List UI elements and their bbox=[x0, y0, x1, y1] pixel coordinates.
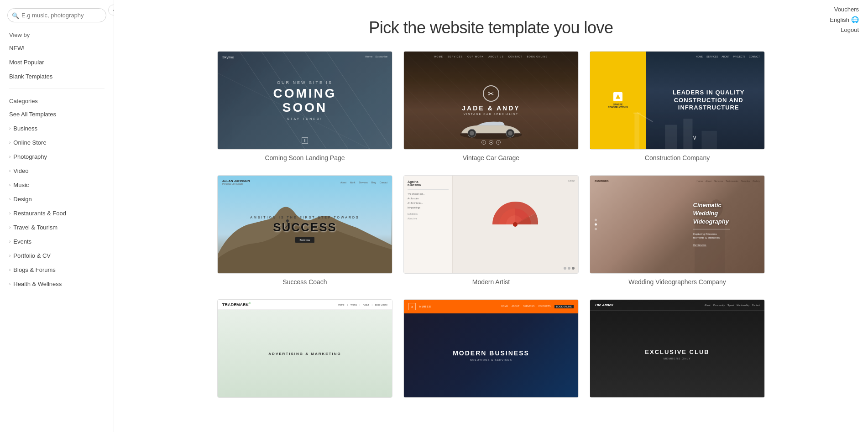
sidebar-divider bbox=[9, 88, 105, 88]
see-all-label: See All Templates bbox=[9, 111, 56, 118]
template-label-construction: Construction Company bbox=[590, 154, 765, 161]
sidebar-item-business[interactable]: › Business bbox=[0, 121, 114, 135]
sidebar-search-area: 🔍 bbox=[0, 0, 114, 27]
ma-dots bbox=[564, 267, 575, 270]
main-content: Pick the website template you love Skyli… bbox=[114, 0, 868, 432]
sidebar-item-see-all[interactable]: See All Templates bbox=[0, 107, 114, 121]
search-icon: 🔍 bbox=[12, 12, 19, 19]
template-label-success-coach: Success Coach bbox=[217, 278, 392, 286]
template-thumb-dark-theme: The Annex About Community Speak Membersh… bbox=[590, 299, 765, 398]
template-label-coming-soon: Coming Soon Landing Page bbox=[217, 154, 392, 161]
template-thumb-trademark: TRADEMARK® Home | Works | About | Book O… bbox=[217, 299, 392, 398]
const-skyline bbox=[590, 100, 764, 149]
categories-label: Categories bbox=[0, 93, 114, 107]
tm-nav: TRADEMARK® Home | Works | About | Book O… bbox=[218, 300, 392, 310]
ob-hero: MODERN BUSINESS SOLUTIONS & SERVICES bbox=[404, 313, 578, 397]
sidebar-item-health-wellness[interactable]: › Health & Wellness bbox=[0, 277, 114, 291]
restaurants-food-label: Restaurants & Food bbox=[13, 210, 66, 217]
blogs-forums-label: Blogs & Forums bbox=[13, 266, 55, 273]
svg-rect-16 bbox=[665, 125, 677, 150]
template-card-trademark[interactable]: TRADEMARK® Home | Works | About | Book O… bbox=[217, 299, 392, 402]
business-label: Business bbox=[13, 125, 37, 132]
sidebar-item-design[interactable]: › Design bbox=[0, 192, 114, 206]
sidebar-item-new[interactable]: NEW! bbox=[0, 41, 114, 55]
language-label: English bbox=[830, 16, 849, 23]
photography-label: Photography bbox=[13, 153, 47, 160]
sidebar: ‹ 🔍 View by NEW! Most Popular Blank Temp… bbox=[0, 0, 114, 432]
cs-icon bbox=[302, 137, 308, 144]
video-label: Video bbox=[13, 167, 28, 174]
tm-hero: ADVERTISING & MARKETING bbox=[218, 310, 392, 397]
design-label: Design bbox=[13, 196, 31, 203]
ma-fan bbox=[490, 199, 540, 250]
svg-point-12 bbox=[508, 131, 512, 135]
vc-car bbox=[455, 117, 528, 142]
online-store-label: Online Store bbox=[13, 139, 46, 146]
template-thumb-construction: SPHERECONSTRUCTIONS HOME SERVICES ABOUT … bbox=[590, 51, 765, 150]
template-card-coming-soon[interactable]: Skyline HomeSubscribe OUR NEW SI bbox=[217, 51, 392, 161]
sidebar-item-video[interactable]: › Video bbox=[0, 164, 114, 178]
templates-grid: Skyline HomeSubscribe OUR NEW SI bbox=[217, 51, 765, 402]
chevron-right-icon: › bbox=[9, 168, 10, 173]
template-card-orange-biz[interactable]: ▲ NUBES HOME ABOUT SERVICES CONTACTS BOO… bbox=[403, 299, 579, 402]
sidebar-item-online-store[interactable]: › Online Store bbox=[0, 135, 114, 150]
chevron-right-icon: › bbox=[9, 211, 10, 216]
chevron-right-icon: › bbox=[9, 239, 10, 244]
events-label: Events bbox=[13, 238, 31, 245]
template-thumb-wedding-video: eMotions Home About Services Testimonial… bbox=[590, 175, 765, 274]
template-thumb-vintage-car: HOME SERVICES OUR WORK ABOUT US CONTACT … bbox=[403, 51, 579, 150]
sc-nav: ALLAN JOHNSON Personal Life Coach About … bbox=[222, 179, 387, 185]
vc-content: ✂ JADE & ANDY VINTAGE CAR SPECIALIST bbox=[462, 85, 520, 115]
svg-point-25 bbox=[513, 222, 518, 227]
const-arrow: ∨ bbox=[692, 134, 697, 141]
chevron-right-icon: › bbox=[9, 253, 10, 258]
svg-rect-18 bbox=[702, 131, 717, 149]
sidebar-item-events[interactable]: › Events bbox=[0, 234, 114, 249]
dt-nav: The Annex About Community Speak Membersh… bbox=[590, 300, 764, 311]
sidebar-item-music[interactable]: › Music bbox=[0, 178, 114, 192]
ob-topbar: ▲ NUBES HOME ABOUT SERVICES CONTACTS BOO… bbox=[404, 300, 578, 313]
ma-top-right: Set ID bbox=[568, 179, 575, 182]
sidebar-item-blank-templates[interactable]: Blank Templates bbox=[0, 69, 114, 83]
chevron-right-icon: › bbox=[9, 154, 10, 159]
chevron-right-icon: › bbox=[9, 140, 10, 145]
search-input[interactable] bbox=[7, 8, 106, 22]
logout-link[interactable]: Logout bbox=[841, 25, 859, 35]
template-card-wedding-video[interactable]: eMotions Home About Services Testimonial… bbox=[590, 175, 765, 286]
health-wellness-label: Health & Wellness bbox=[13, 281, 62, 287]
dt-hero: EXCLUSIVE CLUB MEMBERS ONLY bbox=[590, 311, 764, 397]
sidebar-item-restaurants-food[interactable]: › Restaurants & Food bbox=[0, 206, 114, 220]
chevron-right-icon: › bbox=[9, 281, 10, 286]
template-thumb-orange-biz: ▲ NUBES HOME ABOUT SERVICES CONTACTS BOO… bbox=[403, 299, 579, 398]
cs-main-content: OUR NEW SITE IS COMINGSOON STAY TUNED! bbox=[273, 80, 336, 121]
template-card-modern-artist[interactable]: AgathaKulesma The chosen art... Art for … bbox=[403, 175, 579, 286]
page-title: Pick the website template you love bbox=[128, 0, 854, 51]
view-by-label: View by bbox=[0, 27, 114, 41]
wv-dots bbox=[595, 219, 597, 230]
svg-rect-17 bbox=[683, 119, 692, 149]
vc-social: f ● t bbox=[481, 140, 501, 145]
template-card-construction[interactable]: SPHERECONSTRUCTIONS HOME SERVICES ABOUT … bbox=[590, 51, 765, 161]
template-card-vintage-car[interactable]: HOME SERVICES OUR WORK ABOUT US CONTACT … bbox=[403, 51, 579, 161]
template-thumb-modern-artist: AgathaKulesma The chosen art... Art for … bbox=[403, 175, 579, 274]
sidebar-item-blogs-forums[interactable]: › Blogs & Forums bbox=[0, 263, 114, 277]
sidebar-item-most-popular[interactable]: Most Popular bbox=[0, 55, 114, 69]
template-label-wedding-video: Wedding Videographers Company bbox=[590, 278, 765, 286]
vouchers-link[interactable]: Vouchers bbox=[834, 5, 859, 14]
template-label-vintage-car: Vintage Car Garage bbox=[403, 154, 579, 161]
template-card-success-coach[interactable]: ALLAN JOHNSON Personal Life Coach About … bbox=[217, 175, 392, 286]
sidebar-item-portfolio-cv[interactable]: › Portfolio & CV bbox=[0, 249, 114, 263]
top-right-menu: Vouchers English 🌐 Logout bbox=[821, 0, 868, 39]
vc-nav: HOME SERVICES OUR WORK ABOUT US CONTACT … bbox=[404, 55, 578, 58]
sidebar-item-photography[interactable]: › Photography bbox=[0, 150, 114, 164]
ma-sidebar: AgathaKulesma The chosen art... Art for … bbox=[404, 176, 453, 273]
wv-text: CinematicWeddingVideography Capturing Pr… bbox=[693, 201, 730, 248]
template-card-dark-theme[interactable]: The Annex About Community Speak Membersh… bbox=[590, 299, 765, 402]
svg-point-10 bbox=[470, 131, 474, 135]
sidebar-item-travel-tourism[interactable]: › Travel & Tourism bbox=[0, 220, 114, 234]
language-selector[interactable]: English 🌐 bbox=[830, 16, 859, 23]
chevron-right-icon: › bbox=[9, 126, 10, 131]
globe-icon: 🌐 bbox=[851, 16, 859, 23]
music-label: Music bbox=[13, 182, 29, 188]
svg-rect-13 bbox=[634, 113, 639, 149]
